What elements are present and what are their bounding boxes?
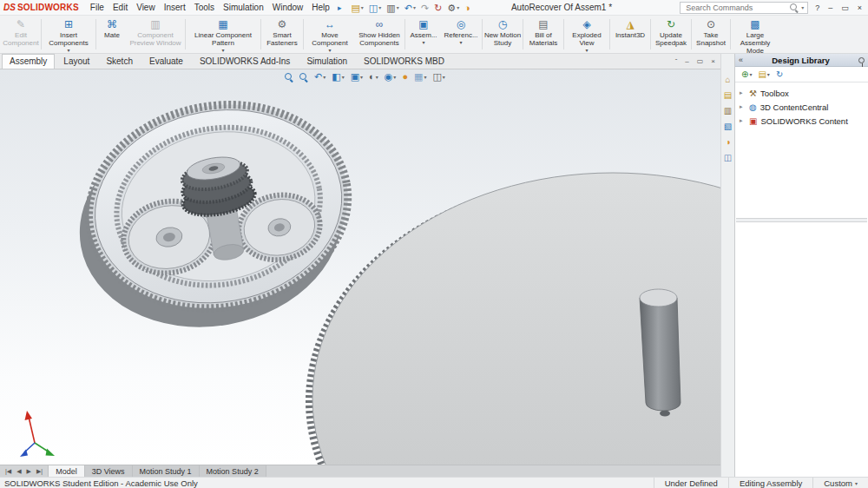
scroll-last-button[interactable]: ▶| [36,468,43,475]
file-explorer-icon[interactable]: ▥ [724,106,732,115]
expander-icon[interactable]: ▸ [740,103,746,110]
apply-scene-button[interactable]: ▦▾ [412,70,428,83]
collapse-panel-button[interactable]: « [739,56,743,64]
view-orientation-button[interactable]: ▣▾ [349,70,365,83]
help-button[interactable]: ? [815,3,819,12]
tree-item-3d-contentcentral[interactable]: ▸ ◍ 3D ContentCentral [738,100,865,114]
tree-item-solidworks-content[interactable]: ▸ ▣ SOLIDWORKS Content [738,114,865,128]
menu-view[interactable]: View [132,1,160,14]
zoom-area-button[interactable] [298,72,310,82]
menu-help[interactable]: Help [307,1,334,14]
collapse-ribbon-icon[interactable]: ˆ [675,57,678,65]
motion-study-1-tab[interactable]: Motion Study 1 [133,465,200,477]
scroll-prev-button[interactable]: ◀ [16,468,22,475]
undo-button[interactable]: ↶▾ [402,2,418,14]
ribbon-button-bill-of-materials[interactable]: ▤ Bill of Materials [524,16,562,52]
save-button[interactable]: ◫▾ [366,2,384,14]
tab-sketch[interactable]: Sketch [98,54,141,69]
expander-icon[interactable]: ▸ [740,117,746,124]
status-units-custom[interactable]: Custom▾ [812,478,868,488]
edit-appearance-button[interactable]: ● [400,70,410,83]
search-input[interactable] [684,3,787,13]
tab-assembly[interactable]: Assembly [2,54,55,69]
ribbon-button-update-speedpak[interactable]: ↻ Update Speedpak [652,16,690,52]
search-caret-icon[interactable]: ▾ [801,4,804,10]
search-icon[interactable] [790,3,799,12]
ribbon-button-show-hidden-components[interactable]: ∞ Show Hidden Components [355,16,404,52]
doc-restore-button[interactable]: ▭ [697,57,704,65]
ribbon-button-edit-component[interactable]: ✎ Edit Component [2,16,40,52]
ribbon-button-linear-component-pattern[interactable]: ▦ Linear Component Pattern ▾ [187,16,260,52]
planetary-gear-assembly[interactable] [61,84,367,347]
appearance-button[interactable]: ◑ [462,2,473,14]
view-palette-icon[interactable]: ▧ [724,122,732,131]
design-library-icon[interactable]: ▤ [724,90,732,100]
print-button[interactable]: ▥▾ [384,2,401,14]
minimize-button[interactable]: – [828,3,832,12]
appearances-icon[interactable]: ◑ [725,137,730,147]
menu-tools[interactable]: Tools [190,1,219,14]
tab-solidworks-add-ins[interactable]: SOLIDWORKS Add-Ins [192,54,298,69]
3d-views-tab[interactable]: 3D Views [85,465,133,477]
ribbon-button-instant3d[interactable]: ◮ Instant3D [611,16,649,52]
doc-minimize-button[interactable]: – [685,57,688,65]
units-label: Custom [824,478,852,488]
menu-window[interactable]: Window [268,1,308,14]
refresh-button[interactable]: ↻ [774,69,785,79]
model-tab[interactable]: Model [49,465,85,477]
ribbon-button-reference-geometry[interactable]: ◎ Referenc... ▾ [441,16,481,52]
ribbon-button-component-preview-window[interactable]: ▥ Component Preview Window [127,16,184,52]
search-commands-box[interactable]: ▾ [680,2,808,14]
viewport[interactable]: ↶▾ ◧▾ ▣▾ ◐▾ ◉▾ ● ▦▾ ◫▾ [0,69,720,465]
hide-show-items-button[interactable]: ◉▾ [383,70,398,83]
redo-button[interactable]: ↷ [418,2,431,14]
ribbon-button-move-component[interactable]: ↔ Move Component ▾ [305,16,355,52]
tab-evaluate[interactable]: Evaluate [141,54,191,69]
scroll-next-button[interactable]: ▶ [26,468,32,475]
reference-geometry-icon: ◎ [457,18,465,30]
solidworks-resources-icon[interactable]: ⌂ [725,75,730,84]
ribbon-button-assembly-features[interactable]: ▣ Assem... ▾ [406,16,441,52]
section-view-button[interactable]: ◧▾ [330,70,345,83]
view-settings-button[interactable]: ◫▾ [431,70,446,83]
ribbon-separator [482,19,483,49]
tree-item-toolbox[interactable]: ▸ ⚒ Toolbox [738,86,865,100]
ribbon-button-large-assembly-mode[interactable]: ▩ Large Assembly Mode [732,16,779,52]
ribbon-button-smart-fasteners[interactable]: ⚙ Smart Fasteners [262,16,302,52]
maximize-button[interactable]: ▭ [841,3,849,12]
toolbox-icon: ⚒ [749,89,757,98]
doc-close-button[interactable]: × [711,57,715,65]
ribbon-button-take-snapshot[interactable]: ⊙ Take Snapshot [693,16,729,52]
pin-cylinder[interactable] [640,289,681,417]
move-component-icon: ↔ [325,18,335,30]
add-file-location-button[interactable]: ▤▾ [756,69,771,79]
expander-icon[interactable]: ▸ [740,89,746,96]
pin-panel-icon[interactable] [858,57,865,63]
ribbon-button-new-motion-study[interactable]: ◷ New Motion Study [483,16,522,52]
previous-view-button[interactable]: ↶▾ [312,70,327,83]
panel-title: Design Library [746,56,856,65]
rebuild-button[interactable]: ↻ [431,2,444,14]
display-style-button[interactable]: ◐▾ [367,70,380,83]
ribbon-button-mate[interactable]: ⌘ Mate [97,16,127,52]
menu-edit[interactable]: Edit [108,1,132,14]
tab-solidworks-mbd[interactable]: SOLIDWORKS MBD [356,54,452,69]
ribbon-button-exploded-view[interactable]: ◈ Exploded View ▾ [565,16,608,52]
zoom-fit-button[interactable] [283,72,295,82]
scroll-first-button[interactable]: |◀ [4,468,12,475]
close-button[interactable]: × [858,3,862,12]
ribbon-button-insert-components[interactable]: ⊞ Insert Components ▾ [43,16,95,52]
tab-layout[interactable]: Layout [56,54,97,69]
tab-simulation[interactable]: Simulation [299,54,355,69]
ribbon-separator [691,19,692,49]
open-button[interactable]: ▤▾ [348,2,365,14]
options-button[interactable]: ⚙▾ [444,2,462,14]
bill-of-materials-icon: ▤ [538,18,548,30]
add-to-library-button[interactable]: ⊕▾ [740,69,753,79]
motion-study-2-tab[interactable]: Motion Study 2 [200,465,266,477]
menubar-pin-icon[interactable]: ▸ [338,3,342,12]
menu-insert[interactable]: Insert [160,1,190,14]
menu-file[interactable]: File [86,1,108,14]
menu-simulation[interactable]: Simulation [219,1,268,14]
custom-properties-icon[interactable]: ◫ [724,153,732,162]
